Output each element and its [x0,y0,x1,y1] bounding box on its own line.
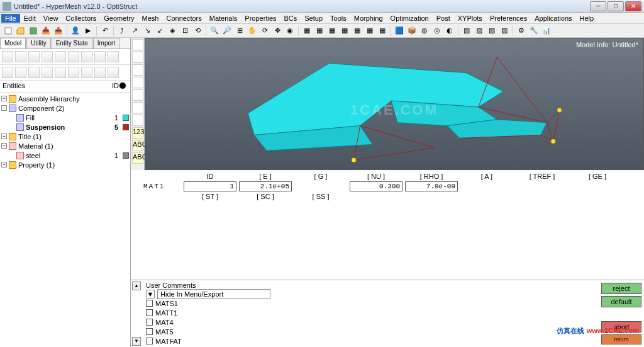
pan-icon[interactable]: ✋ [247,25,258,37]
expand-icon[interactable]: + [1,96,7,101]
opt-matfat[interactable]: MATFAT [155,338,182,345]
3d-viewport[interactable]: Model Info: Untitled* [145,38,644,170]
filter-btn-1[interactable] [2,67,13,78]
browser-btn-7[interactable] [81,51,92,62]
tree-component[interactable]: Component (2) [18,105,64,112]
display-5-icon[interactable]: ▦ [352,25,363,37]
browser-btn-6[interactable] [68,51,79,62]
filter-btn-4[interactable] [42,67,53,78]
display-6-icon[interactable]: ▦ [364,25,375,37]
menu-geometry[interactable]: Geometry [100,14,138,23]
browser-btn-2[interactable] [15,51,26,62]
vtool-5[interactable] [132,89,143,101]
browser-btn-9[interactable] [108,51,119,62]
browser-btn-3[interactable] [28,51,40,62]
filter-btn-8[interactable] [94,67,106,78]
view-yz-icon[interactable]: ↙ [154,25,165,37]
ortho-icon[interactable]: ◉ [284,25,296,37]
save-icon[interactable] [28,25,39,37]
geom-2-icon[interactable]: 📦 [406,25,418,37]
checkbox-mat5[interactable] [146,328,153,335]
browser-btn-4[interactable] [42,51,53,62]
play-icon[interactable]: ▶ [82,25,94,37]
geom-4-icon[interactable]: ◎ [431,25,443,37]
display-3-icon[interactable]: ▦ [326,25,338,37]
field-nu[interactable]: 0.300 [350,181,402,191]
menu-post[interactable]: Post [433,14,454,23]
menu-optimization[interactable]: Optimization [387,14,433,23]
vtool-8[interactable]: 123 [132,127,143,139]
vtool-6[interactable] [132,102,143,113]
browser-btn-1[interactable] [2,51,13,62]
scroll-up-icon[interactable]: ▲ [132,282,141,290]
menu-help[interactable]: Help [576,14,598,23]
collapse-icon[interactable]: − [1,105,7,111]
minimize-button[interactable]: ─ [590,1,606,11]
opt-mat5[interactable]: MAT5 [155,328,174,336]
scroll-down-icon[interactable]: ▼ [132,337,141,346]
import-icon[interactable]: 📥 [40,25,52,37]
menu-edit[interactable]: Edit [20,14,40,23]
geom-1-icon[interactable]: 🟦 [394,25,405,37]
reject-button[interactable]: reject [601,283,641,294]
tree-property[interactable]: Property (1) [18,161,55,169]
view-fit-icon[interactable]: ⊡ [179,25,191,37]
color-swatch[interactable] [123,152,129,159]
user-icon[interactable]: 👤 [70,25,81,37]
dropdown-toggle-icon[interactable]: ▼ [146,290,155,299]
tool-1-icon[interactable]: ⚙ [516,25,527,37]
tool-2-icon[interactable]: 🔧 [528,25,540,37]
browser-btn-8[interactable] [94,51,106,62]
tab-entity-state[interactable]: Entity State [52,38,92,48]
checkbox-mat4[interactable] [146,319,153,326]
collapse-icon[interactable]: − [1,143,7,149]
tree-assembly[interactable]: Assembly Hierarchy [18,95,80,103]
view-xz-icon[interactable]: ↘ [142,25,153,37]
expand-icon[interactable]: + [1,134,7,139]
menu-file[interactable]: File [1,14,20,23]
field-e[interactable]: 2.1e+05 [239,181,292,191]
tree-steel[interactable]: steel [26,152,40,159]
undo-icon[interactable]: ↶ [99,25,111,37]
menu-collectors[interactable]: Collectors [62,14,100,23]
entity-tree[interactable]: +Assembly Hierarchy −Component (2) Fill1… [0,93,130,347]
view-rev-icon[interactable]: ⟲ [192,25,203,37]
display-7-icon[interactable]: ▦ [377,25,388,37]
menu-properties[interactable]: Properties [241,14,280,23]
geom-3-icon[interactable]: ◍ [419,25,430,37]
tab-model[interactable]: Model [0,38,26,48]
vtool-7[interactable] [132,115,143,126]
zoom-in-icon[interactable]: 🔍 [209,25,220,37]
display-4-icon[interactable]: ▦ [339,25,350,37]
menu-mesh[interactable]: Mesh [138,14,163,23]
menu-morphing[interactable]: Morphing [350,14,387,23]
filter-btn-3[interactable] [28,67,40,78]
menu-tools[interactable]: Tools [326,14,350,23]
vtool-4[interactable] [132,77,143,88]
checkbox-matfat[interactable] [146,338,153,344]
mesh-1-icon[interactable]: ▨ [461,25,472,37]
rotate-icon[interactable]: ⟳ [259,25,270,37]
tree-fill[interactable]: Fill [26,114,35,122]
menu-materials[interactable]: Materials [206,14,242,23]
color-swatch[interactable] [123,115,129,121]
mesh-3-icon[interactable]: ▨ [486,25,497,37]
menu-connectors[interactable]: Connectors [162,14,205,23]
mesh-4-icon[interactable]: ▨ [499,25,510,37]
menu-xyplots[interactable]: XYPlots [454,14,486,23]
menu-bcs[interactable]: BCs [280,14,301,23]
opt-matt1[interactable]: MATT1 [155,309,177,317]
menu-preferences[interactable]: Preferences [486,14,531,23]
mesh-2-icon[interactable]: ▨ [474,25,485,37]
zoom-window-icon[interactable]: ⊞ [234,25,245,37]
filter-btn-2[interactable] [15,67,26,78]
filter-btn-6[interactable] [68,67,79,78]
hide-export-dropdown[interactable]: Hide In Menu/Export [157,289,270,299]
checkbox-matt1[interactable] [146,309,153,316]
opt-mat4[interactable]: MAT4 [155,319,174,326]
expand-icon[interactable]: + [1,162,7,168]
color-swatch[interactable] [123,124,129,130]
vtool-9[interactable]: ABC [132,140,143,151]
filter-btn-9[interactable] [108,67,119,78]
browser-btn-5[interactable] [55,51,66,62]
